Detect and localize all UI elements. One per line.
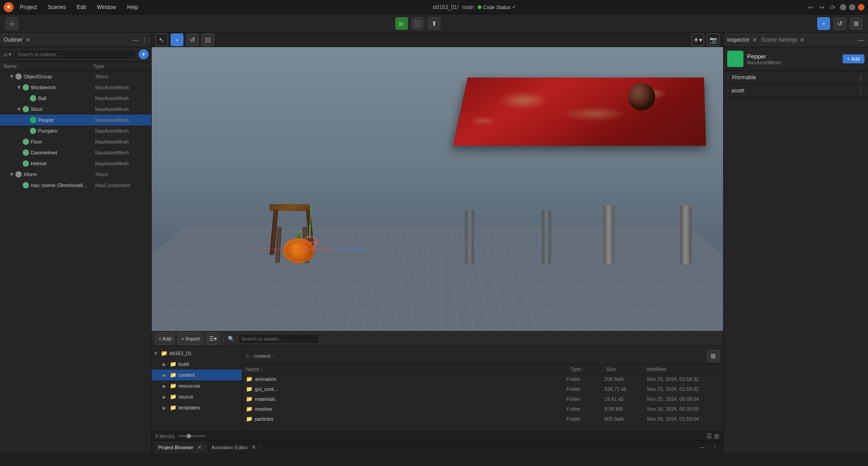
menu-edit[interactable]: Edit bbox=[72, 2, 91, 12]
menu-project[interactable]: Project bbox=[15, 2, 41, 12]
history-button[interactable]: ⟳ bbox=[828, 3, 837, 12]
code-status[interactable]: Code Status ✓ bbox=[478, 4, 517, 10]
list-view-btn[interactable]: ☰ bbox=[706, 432, 712, 440]
ftree-arrow-templates[interactable]: ▶ bbox=[163, 405, 168, 410]
add-object-button[interactable]: + bbox=[817, 17, 830, 30]
snap-tool[interactable]: ⊡ bbox=[201, 34, 214, 46]
3d-viewport[interactable]: ↖ + ↺ ⊡ ☀▾ 📷 bbox=[152, 33, 723, 331]
file-row-particles[interactable]: 📁 particles Folder 605 байт Nov 26, 2024… bbox=[242, 414, 723, 424]
ftree-arrow-build[interactable]: ▶ bbox=[163, 362, 168, 367]
add-component-button[interactable]: + Add bbox=[843, 54, 864, 63]
filter-assets-btn[interactable]: ☰▾ bbox=[206, 332, 219, 345]
outliner-collapse-btn[interactable]: — bbox=[132, 36, 139, 43]
file-col-name[interactable]: Name ↓ bbox=[246, 366, 570, 372]
assets-search-input[interactable] bbox=[238, 334, 320, 344]
undo-button[interactable]: ↩ bbox=[806, 3, 815, 12]
tab-animation-editor-close[interactable]: ✕ bbox=[251, 444, 256, 451]
rotate-tool[interactable]: ↺ bbox=[186, 34, 199, 46]
import-asset-button[interactable]: + Import bbox=[178, 332, 203, 345]
ftree-arrow-dd163[interactable]: ▼ bbox=[153, 351, 159, 356]
file-row-gui-content[interactable]: 📁 gui_cont... Folder 536,71 кБ Nov 25, 2… bbox=[242, 384, 723, 394]
menu-help[interactable]: Help bbox=[123, 2, 143, 12]
tree-item-workbench[interactable]: ▼ Workbench NauAssetMesh bbox=[0, 82, 151, 93]
upload-button[interactable]: ⬆ bbox=[428, 17, 441, 30]
add-viewport-btn[interactable]: + bbox=[171, 34, 183, 46]
expand-arrow-floor[interactable]: ▶ bbox=[16, 139, 23, 145]
inspector-collapse-btn[interactable]: — bbox=[858, 36, 864, 43]
outliner-search-input[interactable] bbox=[14, 49, 136, 59]
tab-project-browser-close[interactable]: ✕ bbox=[197, 444, 202, 451]
bottom-panel-collapse[interactable]: — bbox=[696, 444, 709, 451]
outliner-close[interactable]: ✕ bbox=[25, 36, 31, 43]
scene-settings-tab[interactable]: Scene Settings ✕ bbox=[758, 36, 809, 43]
xformable-section-header[interactable]: › Xformable ⋮ bbox=[724, 71, 868, 84]
menu-scenes[interactable]: Scenes bbox=[43, 2, 70, 12]
ftree-arrow-content[interactable]: ▶ bbox=[163, 373, 168, 378]
inspector-close[interactable]: ✕ bbox=[752, 36, 758, 43]
menu-window[interactable]: Window bbox=[92, 2, 121, 12]
maximize-button[interactable] bbox=[849, 4, 855, 10]
file-row-meshes[interactable]: 📁 meshes Folder 8,05 МБ Nov 26, 2024, 06… bbox=[242, 404, 723, 414]
expand-arrow-pepper[interactable]: ▶ bbox=[24, 117, 30, 123]
expand-arrow-directional[interactable]: ▶ bbox=[16, 182, 23, 188]
tree-item-xform[interactable]: ▼ Xform Xform bbox=[0, 169, 151, 180]
ftree-arrow-source[interactable]: ▶ bbox=[163, 394, 168, 399]
play-button[interactable]: ▶ bbox=[395, 17, 408, 30]
expand-arrow-helmet[interactable]: ▶ bbox=[16, 160, 23, 167]
grid-view-btn[interactable]: ⊞ bbox=[707, 350, 719, 362]
tree-item-damhelmet[interactable]: ▶ DamHelmet NauAssetMesh bbox=[0, 147, 151, 158]
breadcrumb-content[interactable]: content bbox=[254, 353, 270, 359]
bottom-panel-more[interactable]: ⋮ bbox=[709, 444, 721, 451]
camera-btn[interactable]: 📷 bbox=[707, 34, 719, 46]
light-settings-btn[interactable]: ☀▾ bbox=[691, 34, 704, 46]
add-asset-button[interactable]: + Add bbox=[155, 332, 174, 345]
tab-project-browser[interactable]: Project Browser ✕ bbox=[153, 441, 207, 454]
expand-arrow-xform[interactable]: ▼ bbox=[9, 171, 15, 178]
close-button[interactable] bbox=[858, 4, 864, 10]
outliner-more-btn[interactable]: ⋮ bbox=[141, 36, 148, 43]
tab-animation-editor[interactable]: Animation Editor ✕ bbox=[207, 441, 262, 454]
file-col-size[interactable]: Size bbox=[606, 366, 647, 372]
ftree-templates[interactable]: ▶ 📁 templates bbox=[152, 402, 242, 413]
ftree-build[interactable]: ▶ 📁 build bbox=[152, 359, 242, 370]
tree-item-directional[interactable]: ▶ nau::scene::Directionall... NauCompone… bbox=[0, 180, 151, 191]
asset-section-header[interactable]: › asset ⋮ bbox=[724, 84, 868, 97]
expand-arrow-stool[interactable]: ▼ bbox=[16, 106, 23, 112]
scene-settings-close[interactable]: ✕ bbox=[800, 36, 805, 43]
grid-view-toggle[interactable]: ⊞ bbox=[714, 432, 719, 440]
filter-icon[interactable]: ⊿ ▾ bbox=[3, 51, 11, 58]
ftree-dd163[interactable]: ▼ 📁 dd163_01 bbox=[152, 348, 242, 359]
expand-arrow-pumpkin[interactable]: ▶ bbox=[24, 128, 30, 134]
zoom-slider[interactable] bbox=[178, 435, 206, 437]
stop-button[interactable]: ⬛ bbox=[412, 17, 424, 30]
tree-item-objectgroup[interactable]: ▼ ObjectGroup Xform bbox=[0, 71, 151, 82]
minimize-button[interactable] bbox=[840, 4, 846, 10]
expand-arrow-ball[interactable]: ▶ bbox=[24, 95, 30, 101]
ftree-arrow-resources[interactable]: ▶ bbox=[163, 384, 168, 389]
file-col-type[interactable]: Type bbox=[570, 366, 606, 372]
refresh-button[interactable]: ↺ bbox=[834, 17, 846, 30]
tree-item-pepper[interactable]: ▶ Pepper NauAssetMesh bbox=[0, 115, 151, 125]
ftree-content[interactable]: ▶ 📁 content bbox=[152, 370, 242, 380]
file-row-animation[interactable]: 📁 animation Folder 206 байт Nov 25, 2024… bbox=[242, 374, 723, 384]
file-col-modified[interactable]: Modified bbox=[647, 366, 719, 372]
tree-item-floor[interactable]: ▶ Floor NauAssetMesh bbox=[0, 136, 151, 147]
tree-item-pumpkin[interactable]: ▶ Pumpkin NauAssetMesh bbox=[0, 125, 151, 136]
outliner-add-button[interactable]: + bbox=[139, 49, 149, 59]
pointer-tool[interactable]: ↖ bbox=[155, 34, 168, 46]
expand-arrow-damhelmet[interactable]: ▶ bbox=[16, 149, 23, 156]
select-tool-button[interactable]: ⊹ bbox=[5, 17, 18, 30]
tree-item-helmet[interactable]: ▶ Helmet NauAssetMesh bbox=[0, 158, 151, 169]
tree-item-stool[interactable]: ▼ Stool NauAssetMesh bbox=[0, 104, 151, 115]
expand-arrow-objectgroup[interactable]: ▼ bbox=[9, 73, 15, 80]
tree-item-ball[interactable]: ▶ Ball NauAssetMesh bbox=[0, 93, 151, 104]
file-row-materials[interactable]: 📁 materials Folder 19,61 кБ Nov 25, 2024… bbox=[242, 394, 723, 404]
xformable-more-btn[interactable]: ⋮ bbox=[857, 74, 864, 81]
redo-button[interactable]: ↪ bbox=[817, 3, 826, 12]
ftree-source[interactable]: ▶ 📁 source bbox=[152, 391, 242, 402]
breadcrumb-home-icon[interactable]: ⌂ bbox=[246, 353, 249, 359]
expand-arrow-workbench[interactable]: ▼ bbox=[16, 84, 23, 91]
asset-more-btn[interactable]: ⋮ bbox=[857, 87, 864, 94]
ftree-resources[interactable]: ▶ 📁 resources bbox=[152, 380, 242, 391]
app-logo[interactable]: ★ bbox=[4, 2, 14, 12]
